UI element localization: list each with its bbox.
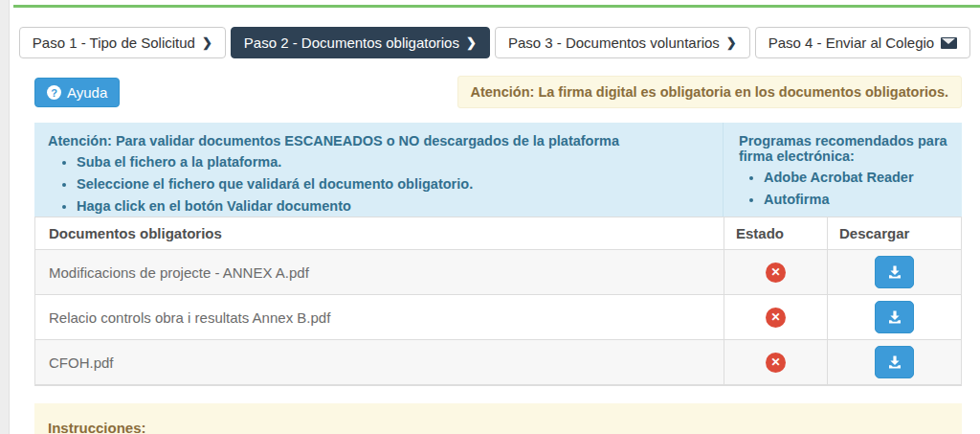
status-cell: ✕ [724,295,827,339]
table-row: Relacio controls obra i resultats Annex … [35,295,961,340]
times-circle-icon: ✕ [766,353,786,373]
chevron-right-icon: ❯ [726,28,737,57]
chevron-right-icon: ❯ [466,28,477,57]
table-row: CFOH.pdf ✕ [35,340,961,385]
list-item: Seleccione el fichero que validará el do… [77,174,709,194]
download-icon [887,264,902,280]
status-cell: ✕ [724,250,827,294]
download-cell [827,340,961,384]
step-1-button[interactable]: Paso 1 - Tipo de Solicitud ❯ [19,27,226,58]
step-3-button[interactable]: Paso 3 - Documentos voluntarios ❯ [495,27,750,58]
download-icon [887,354,902,370]
step-nav: Paso 1 - Tipo de Solicitud ❯ Paso 2 - Do… [10,27,980,58]
validation-steps-list: Suba el fichero a la plataforma. Selecci… [77,152,709,216]
help-button[interactable]: ? Ayuda [34,78,120,107]
status-cell: ✕ [724,340,827,384]
digital-signature-warning: Atención: La firma digital es obligatori… [457,76,963,108]
list-item: Suba el fichero a la plataforma. [77,152,709,171]
document-name: Relacio controls obra i resultats Annex … [35,295,724,339]
list-item: Adobe Acrobat Reader [764,168,948,187]
table-row: Modificacions de projecte - ANNEX A.pdf … [35,250,961,295]
top-accent-line [13,5,980,8]
recommended-programs: Programas recomendados para firma electr… [723,123,962,217]
download-button[interactable] [875,301,914,333]
step-3-label: Paso 3 - Documentos voluntarios [508,28,720,57]
column-header-status: Estado [724,217,827,249]
times-circle-icon: ✕ [766,263,786,283]
step-4-button[interactable]: Paso 4 - Enviar al Colegio [755,27,970,58]
instructions-title: Instrucciones: [48,420,146,434]
question-circle-icon: ? [47,85,61,100]
recommended-programs-list: Adobe Acrobat Reader Autofirma [764,168,948,209]
download-button[interactable] [875,346,914,378]
times-circle-icon: ✕ [766,308,786,328]
validation-info-panel: Atención: Para validar documentos ESCANE… [34,123,962,217]
step-2-button[interactable]: Paso 2 - Documentos obligatorios ❯ [231,27,490,58]
mandatory-documents-table: Documentos obligatorios Estado Descargar… [34,217,962,386]
step-1-label: Paso 1 - Tipo de Solicitud [33,28,195,57]
table-header-row: Documentos obligatorios Estado Descargar [35,217,961,250]
list-item: Autofirma [764,190,948,209]
validation-instructions-title: Atención: Para validar documentos ESCANE… [48,133,709,148]
download-cell [827,250,961,294]
instructions-panel: Instrucciones: [34,403,962,434]
column-header-documents: Documentos obligatorios [35,217,724,249]
download-button[interactable] [875,256,914,288]
envelope-icon [941,37,957,49]
column-header-download: Descargar [827,217,961,249]
document-name: Modificacions de projecte - ANNEX A.pdf [35,250,724,294]
list-item: Haga click en el botón Validar documento [77,196,709,216]
chevron-right-icon: ❯ [202,28,212,57]
help-button-label: Ayuda [67,84,107,101]
download-cell [827,295,961,339]
recommended-programs-title: Programas recomendados para firma electr… [739,133,948,164]
step-4-label: Paso 4 - Enviar al Colegio [768,28,934,57]
step-2-label: Paso 2 - Documentos obligatorios [244,28,459,57]
document-name: CFOH.pdf [35,340,724,384]
page-left-gutter [0,0,10,434]
validation-instructions: Atención: Para validar documentos ESCANE… [34,123,723,217]
download-icon [887,309,902,325]
